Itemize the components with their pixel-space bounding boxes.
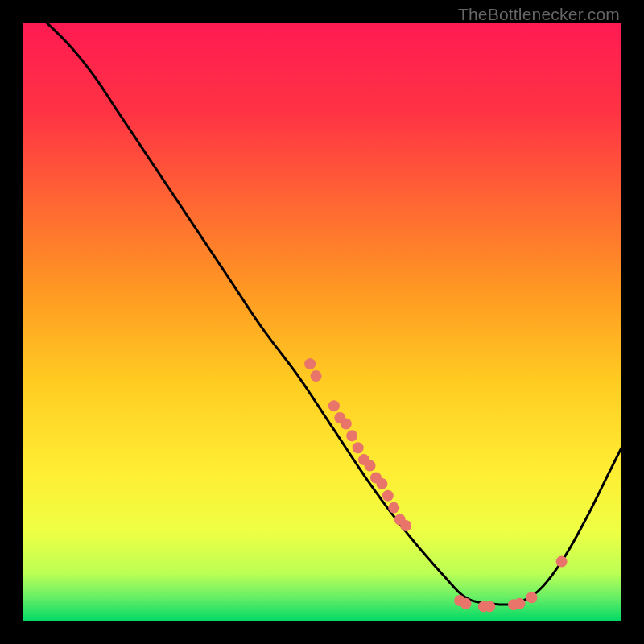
- data-point: [514, 598, 526, 609]
- plot-area: [23, 23, 621, 621]
- watermark-text: TheBottlenecker.com: [458, 5, 620, 24]
- data-point: [556, 556, 568, 568]
- data-point: [346, 430, 357, 441]
- data-point: [382, 490, 394, 502]
- chart-svg: [23, 23, 621, 621]
- data-point: [365, 460, 376, 472]
- data-point: [353, 442, 364, 453]
- data-point: [460, 598, 472, 609]
- data-point: [341, 418, 352, 429]
- data-point: [304, 358, 316, 369]
- data-point: [328, 400, 340, 411]
- data-point: [388, 502, 399, 514]
- data-point: [376, 478, 387, 489]
- data-point: [526, 592, 537, 603]
- chart-container: TheBottlenecker.com: [0, 0, 644, 644]
- data-point: [484, 601, 495, 612]
- gradient-background: [23, 23, 621, 621]
- data-point: [400, 520, 411, 531]
- data-point: [311, 370, 322, 382]
